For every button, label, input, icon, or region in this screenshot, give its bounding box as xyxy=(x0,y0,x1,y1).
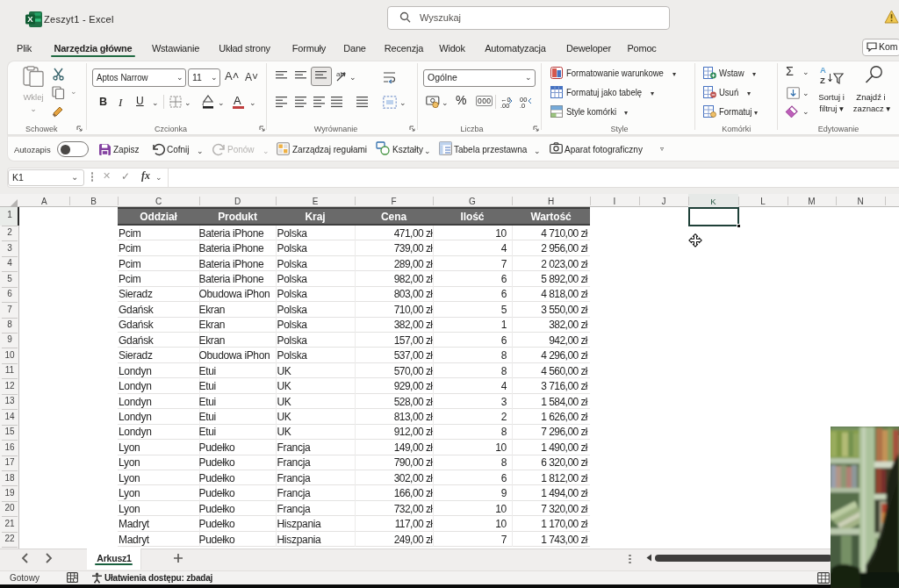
svg-text:X: X xyxy=(27,14,33,24)
svg-text:A: A xyxy=(820,65,826,75)
svg-text:.0: .0 xyxy=(520,102,525,108)
svg-text:ab: ab xyxy=(336,70,344,78)
svg-text:Z: Z xyxy=(820,75,825,85)
svg-text:.00: .00 xyxy=(500,102,509,108)
